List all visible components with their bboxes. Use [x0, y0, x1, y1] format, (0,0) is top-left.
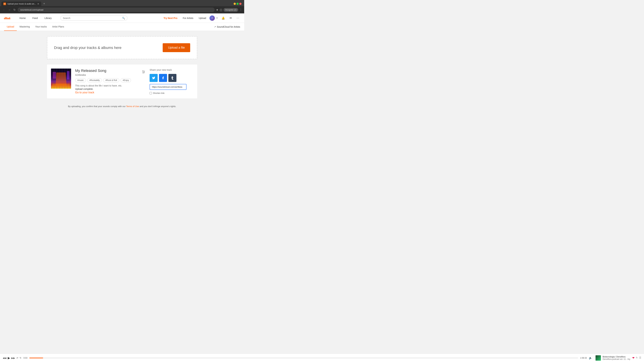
search-icon: 🔍	[122, 17, 125, 19]
sub-nav-mastering[interactable]: Mastering	[17, 23, 32, 31]
track-settings-icon[interactable]	[142, 70, 146, 75]
terms-of-use-link[interactable]: Terms of Use	[126, 105, 139, 108]
notifications-icon[interactable]: 🔔	[222, 16, 225, 19]
sc-for-artists-label: SoundCloud for Artists	[217, 25, 240, 28]
top-nav: Home Feed Library 🔍 Try Next Pro For Art…	[0, 13, 244, 23]
tag-enjoy: #Enjoy	[120, 78, 131, 82]
tag-rockabilly: #Rockabilly	[87, 78, 102, 82]
share-url-row	[150, 84, 193, 90]
sub-nav-your-tracks[interactable]: Your tracks	[32, 23, 50, 31]
search-input[interactable]	[63, 17, 121, 19]
browser-chrome: SC Upload your music & audio an... ✕ + ←…	[0, 0, 244, 13]
try-next-pro-link[interactable]: Try Next Pro	[164, 17, 177, 19]
address-bar-row: ← → ↻ ★ ◫ Incognito (2) ⋮	[0, 6, 244, 13]
terms-before: By uploading, you confirm that your soun…	[68, 105, 126, 108]
for-artists-link[interactable]: For Artists	[183, 17, 193, 19]
svg-rect-7	[8, 18, 8, 19]
upload-nav-link[interactable]: Upload	[199, 17, 206, 19]
window-close[interactable]	[239, 3, 242, 5]
tab-close-button[interactable]: ✕	[37, 2, 39, 5]
upload-zone: Drag and drop your tracks & albums here …	[47, 36, 197, 59]
sc-for-artists-link[interactable]: ↗ SoundCloud for Artists	[214, 25, 240, 28]
nav-home[interactable]: Home	[16, 13, 29, 23]
upload-file-button[interactable]: Upload a file	[163, 43, 190, 52]
search-bar: 🔍	[60, 15, 128, 21]
track-artist: A24beaba	[75, 73, 138, 76]
shorten-link-checkbox[interactable]	[150, 92, 152, 94]
terms-text: By uploading, you confirm that your soun…	[47, 104, 197, 109]
track-artwork	[51, 68, 71, 89]
svg-rect-10	[10, 17, 10, 19]
share-title: Share your new track	[150, 68, 193, 71]
more-nav-icon[interactable]: ⋯	[236, 16, 239, 19]
svg-rect-9	[9, 17, 9, 19]
svg-rect-5	[7, 17, 7, 19]
forward-button[interactable]: →	[8, 8, 12, 12]
share-tumblr-button[interactable]	[168, 74, 176, 82]
sub-nav-artist-plans[interactable]: Artist Plans	[50, 23, 67, 31]
shorten-link-text: Shorten link	[153, 92, 164, 94]
window-controls	[234, 3, 243, 5]
terms-after: and you don't infringe anyone's rights.	[139, 105, 176, 108]
svg-rect-6	[7, 17, 8, 19]
go-to-track-link[interactable]: Go to your track	[75, 91, 94, 94]
nav-feed[interactable]: Feed	[29, 13, 41, 23]
track-card: My Released Song A24beaba #music #Rockab…	[47, 64, 197, 98]
svg-rect-11	[10, 17, 10, 19]
tag-music: #music	[75, 78, 86, 82]
window-maximize[interactable]	[236, 3, 239, 5]
svg-rect-3	[6, 17, 6, 19]
svg-rect-8	[8, 18, 9, 19]
nav-library[interactable]: Library	[41, 13, 55, 23]
tab-favicon: SC	[3, 2, 6, 5]
app-container: Home Feed Library 🔍 Try Next Pro For Art…	[0, 13, 244, 131]
address-bar-input[interactable]	[18, 7, 215, 12]
svg-rect-4	[6, 17, 6, 19]
share-twitter-button[interactable]	[150, 74, 158, 82]
window-minimize[interactable]	[234, 3, 236, 5]
svg-rect-0	[4, 18, 4, 19]
shorten-link-label[interactable]: Shorten link	[150, 92, 193, 94]
track-tags: #music #Rockabilly #Rock & Roll #Enjoy	[75, 78, 138, 82]
share-url-input[interactable]	[150, 84, 186, 90]
sub-nav: Upload Mastering Your tracks Artist Plan…	[0, 23, 244, 31]
svg-point-17	[143, 72, 144, 73]
user-area: A ▼	[209, 15, 218, 21]
extension-icon[interactable]: ◫	[220, 8, 222, 11]
back-button[interactable]: ←	[2, 8, 6, 12]
logo[interactable]	[4, 16, 11, 19]
svg-point-16	[144, 71, 144, 72]
more-options-icon[interactable]: ⋮	[240, 8, 242, 11]
main-content: Drag and drop your tracks & albums here …	[0, 31, 244, 131]
sub-nav-upload[interactable]: Upload	[4, 23, 17, 31]
nav-links: Home Feed Library	[16, 13, 55, 23]
bookmark-icon[interactable]: ★	[216, 8, 218, 11]
share-buttons	[150, 74, 193, 82]
incognito-badge: Incognito (2)	[224, 8, 238, 12]
upload-status: Upload complete.	[75, 88, 138, 90]
share-facebook-button[interactable]	[159, 74, 167, 82]
tag-rock-roll: #Rock & Roll	[103, 78, 119, 82]
soundcloud-logo-icon	[4, 16, 11, 19]
messages-icon[interactable]: ✉	[230, 16, 232, 19]
share-panel: Share your new track	[150, 68, 193, 94]
svg-rect-2	[5, 17, 5, 19]
track-info: My Released Song A24beaba #music #Rockab…	[75, 68, 138, 94]
avatar-dropdown-icon[interactable]: ▼	[216, 17, 218, 19]
track-description: This song is about the life I want to ha…	[75, 84, 138, 87]
tab-title: Upload your music & audio an...	[8, 3, 36, 5]
svg-point-15	[142, 70, 143, 71]
new-tab-button[interactable]: +	[42, 1, 46, 6]
tab-bar: SC Upload your music & audio an... ✕ +	[0, 0, 244, 6]
reload-button[interactable]: ↻	[13, 7, 16, 12]
external-link-icon: ↗	[214, 26, 216, 28]
svg-rect-1	[4, 17, 5, 19]
track-name: My Released Song	[75, 68, 138, 73]
user-avatar[interactable]: A	[210, 15, 215, 21]
upload-zone-text: Drag and drop your tracks & albums here	[54, 45, 122, 50]
active-tab[interactable]: SC Upload your music & audio an... ✕	[1, 1, 41, 6]
